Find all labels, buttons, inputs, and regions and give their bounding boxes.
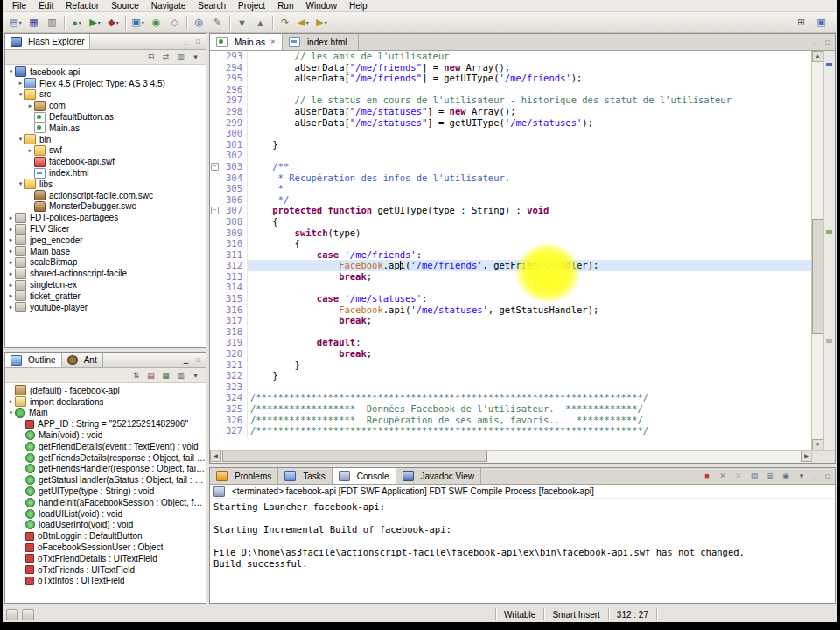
code-line[interactable]: 322 } — [210, 370, 812, 382]
outline-item[interactable]: oFacebookSessionUser : Object — [5, 542, 206, 553]
code-line[interactable]: 321 } — [210, 360, 812, 371]
fold-marker[interactable] — [210, 260, 219, 271]
console-tool-icon[interactable]: ≣ — [763, 470, 777, 482]
window-tool-icon[interactable]: □ — [822, 473, 832, 480]
outline-item[interactable]: APP_ID : String = "252125291482906" — [5, 418, 206, 430]
bottom-view-tab[interactable]: Problems — [210, 468, 278, 484]
tree-item[interactable]: shared-actionscript-facile — [5, 268, 206, 279]
tree-item[interactable]: Main base — [5, 246, 206, 257]
editor-tab[interactable]: index.html — [283, 34, 360, 50]
code-line[interactable]: 307 protected function getUIType(type : … — [210, 205, 812, 216]
code-line[interactable]: 317 break; — [210, 315, 812, 326]
fold-marker[interactable] — [210, 161, 219, 172]
fold-marker[interactable] — [210, 128, 219, 139]
fold-marker[interactable] — [210, 293, 219, 304]
tree-item[interactable]: youtube-player — [5, 302, 206, 313]
code-line[interactable]: 306 */ — [210, 194, 812, 206]
console-tool-icon[interactable]: ▾ — [794, 470, 808, 482]
fold-marker[interactable] — [210, 337, 219, 348]
toolbar-button[interactable]: ▤ — [6, 14, 24, 31]
fold-marker[interactable] — [210, 84, 219, 95]
toolbar-button[interactable]: ✎ — [208, 14, 227, 31]
fold-marker[interactable] — [210, 348, 219, 360]
menu-item[interactable]: Run — [271, 1, 299, 11]
view-tool-icon[interactable]: ▾ — [188, 51, 203, 63]
window-tool-icon[interactable]: ▁ — [181, 38, 191, 46]
view-tool-icon[interactable]: ▾ — [188, 369, 203, 382]
code-line[interactable]: 312 Facebook.api('/me/friends', getFrien… — [210, 260, 812, 271]
fold-marker[interactable] — [210, 370, 219, 382]
window-tool-icon[interactable]: □ — [193, 38, 203, 45]
toolbar-button[interactable]: ▼ — [233, 14, 251, 31]
status-icon[interactable] — [6, 609, 18, 620]
fold-marker[interactable] — [210, 238, 219, 249]
outline-expand-arrow[interactable] — [7, 410, 15, 416]
window-tool-icon[interactable]: □ — [193, 357, 203, 363]
window-tool-icon[interactable]: ▁ — [181, 357, 191, 364]
insert-mode-indicator[interactable]: Smart Insert — [543, 608, 607, 620]
fold-marker[interactable] — [210, 304, 219, 316]
tree-item[interactable]: swf — [5, 145, 206, 157]
window-tool-icon[interactable]: ▁ — [810, 472, 820, 480]
fold-marker[interactable] — [210, 172, 219, 184]
tree-item[interactable]: index.html — [5, 167, 206, 178]
tree-item[interactable]: actionscript-facile.com.swc — [5, 190, 206, 201]
fold-marker[interactable] — [210, 106, 219, 117]
tab-flash-explorer[interactable]: Flash Explorer — [5, 34, 90, 49]
fold-marker[interactable] — [210, 228, 219, 239]
outline-item[interactable]: loadUserInfo(void) : void — [5, 520, 206, 531]
code-line[interactable]: 305 * — [210, 183, 812, 194]
fold-marker[interactable] — [210, 282, 219, 293]
code-line[interactable]: 296 — [210, 84, 812, 95]
code-line[interactable]: 301 } — [210, 139, 812, 150]
horizontal-scrollbar[interactable]: ◀ ▶ — [210, 450, 812, 463]
scroll-up-arrow[interactable]: ▲ — [812, 51, 823, 62]
fold-marker[interactable] — [210, 73, 219, 84]
tree-expand-arrow[interactable] — [17, 180, 24, 187]
console-tool-icon[interactable]: ▤ — [747, 470, 761, 482]
code-line[interactable]: 313 break; — [210, 271, 812, 283]
overview-mark[interactable] — [826, 230, 832, 234]
fold-marker[interactable] — [210, 183, 219, 194]
menu-item[interactable]: File — [6, 1, 32, 11]
code-line[interactable]: 315 case '/me/statuses': — [210, 293, 812, 304]
fold-marker[interactable] — [210, 150, 219, 161]
tree-item[interactable]: jpeg_encoder — [5, 234, 206, 246]
view-tool-icon[interactable]: ⇅ — [129, 369, 144, 382]
code-line[interactable]: 316 Facebook.api('/me/statuses', getStat… — [210, 304, 812, 316]
tree-expand-arrow[interactable] — [17, 91, 24, 98]
perspective-button[interactable]: ⊞ — [792, 14, 810, 31]
code-line[interactable]: 293 // les amis de l'utilisateur — [210, 51, 812, 62]
code-line[interactable]: 309 switch(type) — [210, 228, 812, 239]
console-tool-icon[interactable]: ✕ — [732, 470, 746, 482]
view-tool-icon[interactable]: ▤ — [144, 369, 158, 382]
fold-marker[interactable] — [210, 51, 219, 62]
bottom-view-tab[interactable]: Tasks — [278, 468, 332, 484]
toolbar-button[interactable]: ◎ — [190, 14, 208, 31]
tree-item[interactable]: facebook-api — [5, 66, 206, 78]
outline-item[interactable]: Main — [5, 408, 206, 419]
tree-expand-arrow[interactable] — [17, 80, 24, 87]
tree-expand-arrow[interactable] — [7, 236, 15, 243]
toolbar-button[interactable]: ▶ — [312, 14, 331, 31]
fold-marker[interactable] — [210, 117, 219, 129]
tree-expand-arrow[interactable] — [7, 259, 15, 266]
outline-tab[interactable]: Outline — [5, 353, 62, 368]
code-line[interactable]: 325 /****************** Données Facebook… — [210, 403, 812, 415]
overview-ruler[interactable] — [823, 51, 835, 451]
tree-expand-arrow[interactable] — [7, 304, 15, 311]
tree-item[interactable]: src — [5, 89, 206, 101]
tree-item[interactable]: DefaultButton.as — [5, 111, 206, 122]
vertical-scrollbar-thumb[interactable] — [812, 219, 823, 335]
fold-marker[interactable] — [210, 271, 219, 283]
code-line[interactable]: 318 — [210, 326, 812, 338]
outline-item[interactable]: import declarations — [5, 396, 206, 408]
outline-item[interactable]: oTxtFriends : UITextField — [5, 564, 206, 576]
outline-item[interactable]: handleInit(aFacebookSession : Object, fa… — [5, 497, 206, 508]
tree-expand-arrow[interactable] — [7, 282, 15, 289]
code-line[interactable]: 311 case '/me/friends': — [210, 249, 812, 261]
outline-expand-arrow[interactable] — [7, 398, 15, 405]
tree-expand-arrow[interactable] — [26, 147, 34, 154]
toolbar-button[interactable]: ▣ — [129, 14, 147, 31]
code-line[interactable]: 314 — [210, 282, 812, 293]
